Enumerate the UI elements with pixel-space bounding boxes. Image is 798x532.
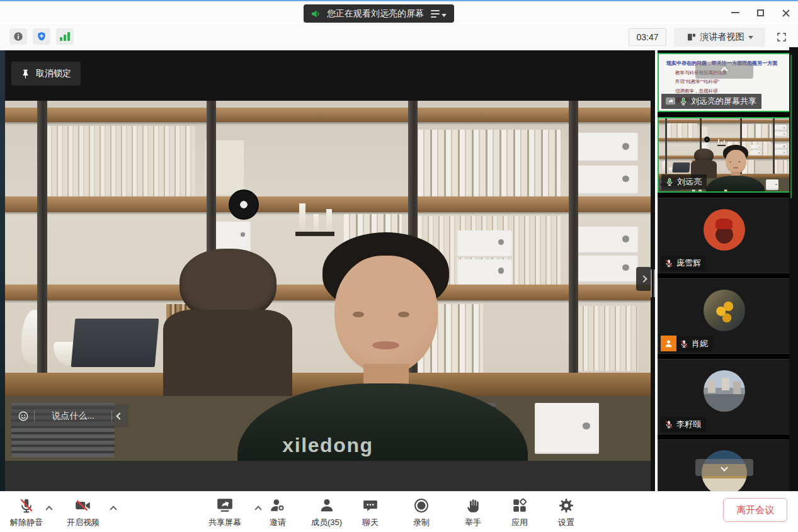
participant-label: 李籽颐 <box>661 417 706 432</box>
doc-line: 强调教学，忽视科研 <box>675 88 785 94</box>
chevron-down-icon <box>721 464 727 471</box>
raise-hand-icon <box>465 497 481 514</box>
unpin-button[interactable]: 取消锁定 <box>11 62 81 86</box>
watching-screen-banner[interactable]: 您正在观看刘远亮的屏幕 <box>304 4 454 23</box>
panel-resize-handle[interactable] <box>651 269 655 297</box>
divider <box>111 410 112 422</box>
mic-on-icon <box>679 97 688 106</box>
caret-down-icon <box>748 36 753 39</box>
shield-plus-icon <box>36 31 47 42</box>
camera-off-icon <box>74 497 92 514</box>
minimize-button[interactable] <box>722 4 748 21</box>
mic-muted-icon <box>680 339 688 348</box>
emoji-icon[interactable] <box>18 410 29 422</box>
participant-name: 刘远亮 <box>677 176 702 188</box>
mic-muted-icon <box>664 420 673 429</box>
control-bar: 解除静音 开启视频 共享屏幕 <box>0 491 798 532</box>
close-icon <box>782 9 790 17</box>
screen-share-mini-icon <box>665 97 676 106</box>
signal-bars-icon <box>60 32 70 41</box>
collapse-panel-button[interactable] <box>695 62 753 79</box>
screen-share-icon <box>216 497 234 514</box>
participant-label: 肖妮 <box>661 336 713 351</box>
settings-gear-icon <box>558 497 574 514</box>
participant-label: 庞雪辉 <box>661 256 706 271</box>
video-letterbox <box>5 461 651 491</box>
pin-icon <box>21 69 30 79</box>
title-bar: 您正在观看刘远亮的屏幕 <box>0 0 798 23</box>
banner-text: 您正在观看刘远亮的屏幕 <box>327 8 424 20</box>
close-button[interactable] <box>773 4 798 21</box>
avatar <box>704 370 745 412</box>
desktop-edge-sliver <box>0 50 5 491</box>
leave-meeting-button[interactable]: 离开会议 <box>723 498 787 522</box>
raise-hand-button[interactable]: 举手 <box>465 497 481 528</box>
video-options-button[interactable] <box>108 504 118 514</box>
security-button[interactable] <box>33 28 50 45</box>
meeting-info-button[interactable] <box>9 28 27 45</box>
quick-chat-input[interactable]: 说点什么... <box>11 405 128 427</box>
layout-view-icon <box>687 32 697 42</box>
audio-options-button[interactable] <box>44 504 54 514</box>
apps-icon <box>511 497 528 514</box>
invite-icon <box>270 497 286 514</box>
members-button[interactable]: 成员(35) <box>311 497 342 528</box>
window-controls <box>722 4 798 21</box>
start-video-button[interactable]: 开启视频 <box>67 497 100 528</box>
chat-placeholder: 说点什么... <box>40 410 106 422</box>
settings-button[interactable]: 设置 <box>558 497 574 528</box>
sidebar-expand-tab[interactable] <box>636 267 651 291</box>
avatar <box>704 209 745 251</box>
mic-muted-icon <box>664 259 673 268</box>
maximize-icon <box>757 9 764 16</box>
clipped-panel-strip <box>789 47 798 491</box>
invite-button[interactable]: 邀请 <box>270 497 286 528</box>
collapse-chat-icon[interactable] <box>116 412 123 419</box>
participant-name: 庞雪辉 <box>676 258 701 269</box>
apps-button[interactable]: 应用 <box>511 497 528 528</box>
view-mode-button[interactable]: 演讲者视图 <box>674 28 765 47</box>
chevron-up-icon <box>254 506 261 512</box>
chat-icon <box>362 497 379 514</box>
share-label-text: 刘远亮的屏幕共享 <box>691 96 756 107</box>
minimize-icon <box>731 12 739 13</box>
mic-on-icon <box>665 178 674 186</box>
participant-label: 刘远亮 <box>661 174 707 190</box>
participant-name: 李籽颐 <box>676 419 701 430</box>
fullscreen-icon <box>776 31 787 43</box>
screen-share-tile[interactable]: 现实中存在的问题，即关注一方面而忽视另一方面 教学与科研相脱离的现象 所谓“纯教… <box>658 53 790 112</box>
presenter-badge-icon <box>661 336 676 351</box>
share-options-button[interactable] <box>253 504 263 514</box>
layout-menu-icon[interactable] <box>430 9 448 19</box>
participant-tile-pangxuehui[interactable]: 庞雪辉 <box>658 198 790 273</box>
scroll-down-participants-button[interactable] <box>695 459 753 476</box>
participant-tile-xiaoni[interactable]: 肖妮 <box>658 278 790 354</box>
unpin-label: 取消锁定 <box>36 68 71 79</box>
share-tile-label: 刘远亮的屏幕共享 <box>661 94 761 109</box>
view-mode-label: 演讲者视图 <box>700 31 744 43</box>
chat-button[interactable]: 聊天 <box>362 497 379 528</box>
meeting-window: 您正在观看刘远亮的屏幕 <box>0 0 798 532</box>
caret-down-icon <box>442 14 447 17</box>
participant-tile-more[interactable] <box>658 439 790 491</box>
meeting-timer: 03:47 <box>629 28 666 46</box>
chevron-right-icon <box>640 275 647 282</box>
fullscreen-button[interactable] <box>772 28 791 47</box>
participant-tile-liziyi[interactable]: 李籽颐 <box>658 359 790 434</box>
chevron-up-icon <box>45 506 52 512</box>
speaker-icon <box>310 8 321 20</box>
doc-line: 所谓“纯教学”“纯科研” <box>675 79 785 85</box>
shirt-text: xiledong <box>5 434 651 457</box>
record-icon <box>413 497 430 514</box>
unmute-button[interactable]: 解除静音 <box>10 497 43 528</box>
participants-sidebar: 现实中存在的问题，即关注一方面而忽视另一方面 教学与科研相脱离的现象 所谓“纯教… <box>658 50 790 491</box>
network-quality-button[interactable] <box>56 28 74 45</box>
chevron-up-icon <box>721 67 727 74</box>
avatar <box>704 290 745 331</box>
maximize-button[interactable] <box>748 4 773 21</box>
meeting-toolbar: 03:47 演讲者视图 <box>0 24 798 50</box>
record-button[interactable]: 录制 <box>413 497 430 528</box>
share-screen-button[interactable]: 共享屏幕 <box>208 497 241 528</box>
participant-tile-liuyuanliang[interactable]: xiledong 刘远亮 <box>658 117 790 193</box>
divider <box>34 410 35 422</box>
